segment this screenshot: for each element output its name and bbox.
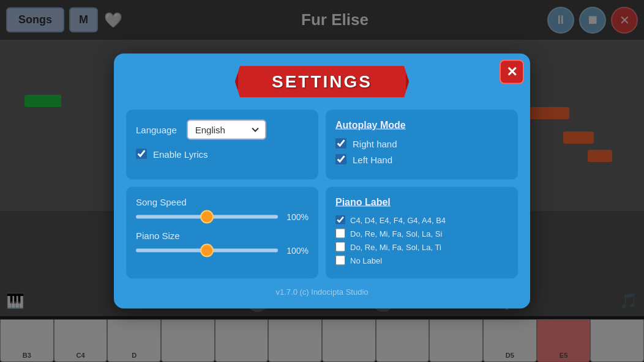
song-speed-slider[interactable] (136, 215, 278, 219)
label-option-4-label: No Label (350, 256, 382, 265)
language-row: Language English Spanish French (136, 120, 309, 140)
song-speed-row: 100% (136, 212, 309, 222)
right-hand-label: Right hand (353, 138, 397, 149)
piano-size-slider[interactable] (136, 249, 278, 253)
language-label: Language (136, 125, 177, 135)
label-option-2-label: Do, Re, Mi, Fa, Sol, La, Si (350, 229, 442, 238)
right-hand-checkbox[interactable] (335, 138, 346, 149)
piano-size-value: 100% (284, 246, 309, 256)
enable-lyrics-label: Enable Lyrics (153, 149, 208, 159)
piano-label-title: Piano Label (335, 197, 508, 208)
piano-size-title: Piano Size (136, 231, 309, 241)
song-speed-section: Song Speed 100% (136, 197, 309, 222)
piano-size-section: Piano Size 100% (136, 231, 309, 256)
settings-banner: SETTINGS ✕ (126, 66, 518, 98)
label-option-3-label: Do, Re, Mi, Fa, Sol, La, Ti (350, 242, 441, 251)
autoplay-panel: Autoplay Mode Right hand Left Hand (326, 110, 518, 180)
enable-lyrics-row: Enable Lyrics (136, 149, 309, 160)
speed-size-panel: Song Speed 100% Piano Size 100% (126, 187, 318, 279)
left-hand-row: Left Hand (335, 154, 508, 165)
left-hand-label: Left Hand (353, 154, 392, 164)
label-option-4-row: No Label (335, 256, 508, 265)
right-hand-row: Right hand (335, 138, 508, 149)
settings-title: SETTINGS (235, 66, 409, 98)
label-option-3-checkbox[interactable] (335, 242, 345, 252)
label-option-2-checkbox[interactable] (335, 229, 345, 238)
label-option-1-checkbox[interactable] (335, 215, 345, 225)
piano-label-panel: Piano Label C4, D4, E4, F4, G4, A4, B4 D… (326, 187, 518, 279)
label-option-3-row: Do, Re, Mi, Fa, Sol, La, Ti (335, 242, 508, 252)
version-label: v1.7.0 (c) Indocipta Studio (126, 287, 518, 297)
label-option-4-checkbox[interactable] (335, 256, 345, 265)
label-option-1-label: C4, D4, E4, F4, G4, A4, B4 (350, 215, 446, 224)
settings-close-button[interactable]: ✕ (500, 60, 524, 84)
settings-panels: Language English Spanish French Enable L… (126, 110, 518, 279)
song-speed-title: Song Speed (136, 197, 309, 207)
piano-size-row: 100% (136, 246, 309, 256)
label-option-1-row: C4, D4, E4, F4, G4, A4, B4 (335, 215, 508, 225)
settings-dialog: SETTINGS ✕ Language English Spanish Fren… (114, 54, 530, 309)
song-speed-value: 100% (284, 212, 309, 222)
language-select[interactable]: English Spanish French (187, 120, 266, 140)
left-hand-checkbox[interactable] (335, 154, 346, 165)
enable-lyrics-checkbox[interactable] (136, 149, 147, 160)
label-option-2-row: Do, Re, Mi, Fa, Sol, La, Si (335, 229, 508, 238)
autoplay-title: Autoplay Mode (335, 120, 508, 131)
language-panel: Language English Spanish French Enable L… (126, 110, 318, 180)
